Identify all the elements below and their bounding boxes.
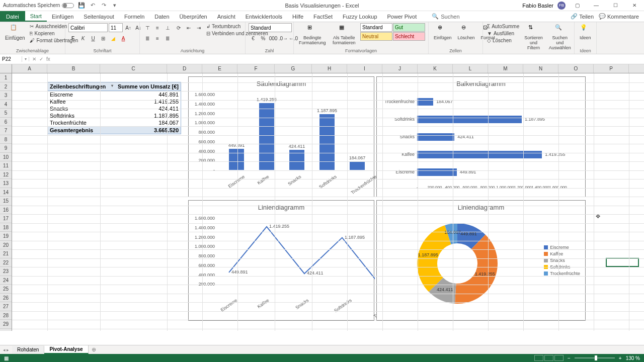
- increase-font-icon[interactable]: A↑: [124, 23, 133, 32]
- select-all-corner[interactable]: [0, 64, 12, 73]
- delete-cells-button[interactable]: ⊖Löschen: [456, 23, 477, 41]
- ideas-button[interactable]: 💡Ideen: [578, 23, 593, 41]
- row-header[interactable]: 16: [0, 206, 12, 215]
- bold-icon[interactable]: F: [68, 34, 77, 43]
- border-icon[interactable]: ⊞: [99, 34, 108, 43]
- col-header[interactable]: M: [488, 64, 523, 73]
- row-header[interactable]: 9: [0, 144, 12, 153]
- row-header[interactable]: 21: [0, 249, 12, 258]
- minimize-icon[interactable]: —: [589, 1, 604, 11]
- cancel-formula-icon[interactable]: ✕: [32, 56, 36, 62]
- page-break-view-icon[interactable]: [554, 355, 564, 361]
- qat-dropdown-icon[interactable]: ▾: [111, 2, 118, 9]
- row-header[interactable]: 18: [0, 223, 12, 232]
- italic-icon[interactable]: K: [78, 34, 88, 43]
- font-color-icon[interactable]: A: [119, 34, 128, 43]
- maximize-icon[interactable]: ☐: [608, 1, 623, 11]
- save-icon[interactable]: 💾: [78, 2, 85, 9]
- row-header[interactable]: 17: [0, 214, 12, 223]
- row-header[interactable]: 1: [0, 73, 12, 82]
- align-bottom-icon[interactable]: ⊥: [163, 23, 172, 32]
- accept-formula-icon[interactable]: ✓: [39, 56, 43, 62]
- row-header[interactable]: 20: [0, 241, 12, 250]
- align-top-icon[interactable]: ⊤: [143, 23, 152, 32]
- row-header[interactable]: 23: [0, 267, 12, 276]
- sheet-tab-rohdaten[interactable]: Rohdaten: [12, 346, 44, 353]
- col-header[interactable]: E: [202, 64, 237, 73]
- thousands-icon[interactable]: 000: [269, 34, 278, 43]
- tab-page-layout[interactable]: Seitenlayout: [78, 11, 119, 22]
- style-bad[interactable]: Schlecht: [393, 32, 425, 41]
- zoom-out-icon[interactable]: −: [568, 355, 571, 361]
- conditional-format-button[interactable]: ⊞ Bedingte Formatierung: [297, 23, 328, 46]
- col-header[interactable]: O: [558, 64, 594, 73]
- style-neutral[interactable]: Neutral: [360, 32, 392, 41]
- pivot-data-row[interactable]: Softdrinks1.187.895: [47, 112, 181, 119]
- row-header[interactable]: 27: [0, 302, 12, 311]
- zoom-slider[interactable]: [575, 357, 615, 358]
- spreadsheet-grid[interactable]: ABCDEFGHIJKLMNOP 12345678910111213141516…: [0, 64, 644, 331]
- ribbon-options-icon[interactable]: ▢: [570, 1, 585, 11]
- name-box-dropdown-icon[interactable]: ▾: [22, 57, 29, 61]
- redo-icon[interactable]: ↷: [100, 2, 107, 9]
- row-header[interactable]: 29: [0, 320, 12, 329]
- page-layout-view-icon[interactable]: [544, 355, 553, 361]
- row-header[interactable]: 3: [0, 91, 12, 100]
- row-header[interactable]: 4: [0, 100, 12, 109]
- autosum-button[interactable]: Σ AutoSumme: [486, 23, 520, 30]
- user-name[interactable]: Fabio Basler: [522, 3, 553, 9]
- autosave-toggle[interactable]: Automatisches Speichern: [3, 3, 74, 8]
- tab-start[interactable]: Start: [25, 11, 47, 22]
- row-header[interactable]: 26: [0, 294, 12, 303]
- col-header[interactable]: J: [382, 64, 418, 73]
- share-button[interactable]: 🔗 Teilen: [571, 13, 594, 20]
- pivot-data-row[interactable]: Trockenfrüchte184.067: [47, 119, 181, 126]
- col-header[interactable]: I: [347, 64, 382, 73]
- style-standard[interactable]: Standard: [360, 23, 392, 32]
- comments-button[interactable]: 💬 Kommentare: [599, 13, 639, 20]
- row-header[interactable]: 2: [0, 82, 12, 92]
- row-header[interactable]: 25: [0, 285, 12, 294]
- sheet-tab-pivot[interactable]: Pivot-Analyse: [44, 345, 88, 354]
- increase-decimal-icon[interactable]: .0→: [279, 34, 288, 43]
- paste-button[interactable]: 📋 Einfügen: [3, 23, 27, 42]
- pivot-data-row[interactable]: Eiscreme449.891: [47, 91, 181, 98]
- tab-help[interactable]: Hilfe: [287, 11, 308, 22]
- style-good[interactable]: Gut: [393, 23, 425, 32]
- font-name-select[interactable]: Calibri: [68, 23, 108, 32]
- tab-developer[interactable]: Entwicklertools: [240, 11, 287, 22]
- fx-icon[interactable]: fx: [46, 56, 50, 62]
- tab-formulas[interactable]: Formeln: [119, 11, 149, 22]
- col-header[interactable]: P: [594, 64, 629, 73]
- row-header[interactable]: 11: [0, 161, 12, 170]
- col-header[interactable]: A: [12, 64, 47, 73]
- close-icon[interactable]: ✕: [627, 1, 642, 11]
- pivot-header-rows[interactable]: Zeilenbeschriftungen▾: [48, 82, 115, 90]
- row-header[interactable]: 6: [0, 118, 12, 127]
- align-middle-icon[interactable]: ≡: [153, 23, 162, 32]
- line-chart[interactable]: Liniendiagramm -200.000400.000600.000800…: [188, 200, 374, 321]
- col-header[interactable]: F: [237, 64, 275, 73]
- pivot-filter-icon[interactable]: ▾: [111, 83, 113, 88]
- row-header[interactable]: 8: [0, 135, 12, 144]
- name-box[interactable]: P22: [0, 56, 22, 62]
- currency-icon[interactable]: €: [249, 34, 258, 43]
- clear-button[interactable]: ◇ Löschen: [486, 37, 520, 44]
- underline-icon[interactable]: U: [89, 34, 98, 43]
- insert-cells-button[interactable]: ⊕Einfügen: [432, 23, 454, 41]
- fill-color-icon[interactable]: ◢: [109, 34, 118, 43]
- normal-view-icon[interactable]: [534, 355, 543, 361]
- align-left-icon[interactable]: ≣: [143, 34, 152, 43]
- col-header[interactable]: B: [47, 64, 100, 73]
- row-header[interactable]: 5: [0, 109, 12, 118]
- pivot-data-row[interactable]: Kaffee1.419.255: [47, 98, 181, 105]
- align-center-icon[interactable]: ≡: [153, 34, 162, 43]
- row-header[interactable]: 7: [0, 126, 12, 135]
- col-header[interactable]: C: [100, 64, 167, 73]
- orientation-icon[interactable]: ⟳: [174, 23, 183, 32]
- row-header[interactable]: 19: [0, 232, 12, 241]
- percent-icon[interactable]: %: [259, 34, 268, 43]
- tab-insert[interactable]: Einfügen: [47, 11, 78, 22]
- number-format-select[interactable]: Standard: [249, 23, 292, 32]
- formula-input[interactable]: [53, 56, 644, 62]
